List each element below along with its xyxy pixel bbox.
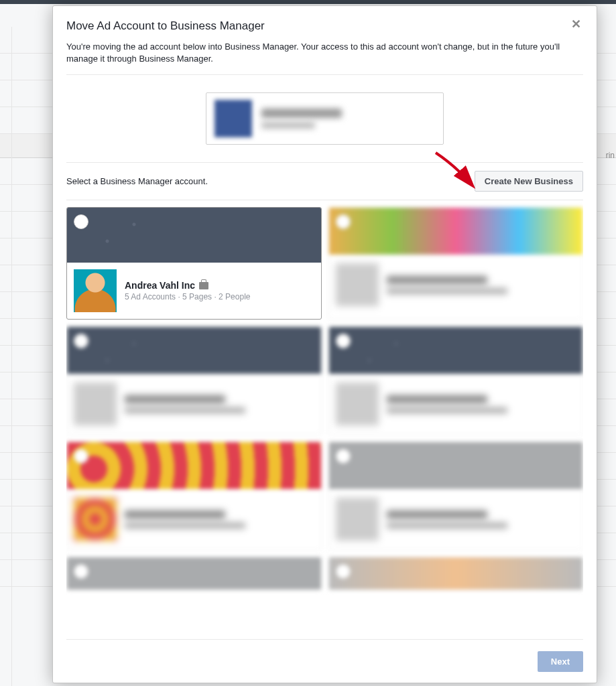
redacted-text (387, 407, 507, 413)
redacted-text (387, 395, 487, 403)
radio-icon[interactable] (336, 449, 351, 464)
app-topbar (0, 0, 616, 4)
avatar (336, 498, 379, 541)
business-list[interactable]: Andrea Vahl Inc 5 Ad Accounts · 5 Pages … (66, 200, 583, 632)
create-new-business-button[interactable]: Create New Business (475, 171, 583, 192)
redacted-text (387, 276, 487, 284)
redacted-text (387, 510, 487, 519)
redacted-account-sub (261, 122, 315, 129)
avatar (74, 498, 117, 541)
radio-icon[interactable] (336, 334, 351, 348)
modal-title: Move Ad Account to Business Manager (66, 19, 583, 33)
avatar (336, 383, 379, 425)
business-cover (67, 208, 321, 263)
divider (66, 162, 583, 163)
business-stats: 5 Ad Accounts · 5 Pages · 2 People (125, 292, 250, 301)
business-name: Andrea Vahl Inc (125, 280, 195, 291)
business-card-andrea-vahl[interactable]: Andrea Vahl Inc 5 Ad Accounts · 5 Pages … (66, 207, 322, 320)
radio-icon[interactable] (74, 449, 88, 464)
account-thumbnail (214, 100, 252, 137)
redacted-text (125, 395, 225, 403)
business-cover (329, 557, 583, 590)
business-cover (329, 442, 583, 489)
redacted-text (387, 288, 507, 294)
radio-icon[interactable] (336, 564, 351, 579)
redacted-text (125, 407, 245, 413)
modal-footer: Next (53, 640, 597, 683)
move-account-modal: ✕ Move Ad Account to Business Manager Yo… (52, 5, 597, 683)
avatar (74, 269, 117, 312)
business-card-redacted[interactable] (328, 441, 584, 550)
business-card-redacted[interactable] (66, 557, 322, 590)
background-text-fragment: rin (606, 151, 615, 160)
redacted-text (125, 510, 225, 519)
modal-description: You're moving the ad account below into … (66, 41, 583, 65)
business-card-redacted[interactable] (328, 207, 584, 320)
business-card-redacted[interactable] (66, 326, 322, 435)
briefcase-icon (199, 282, 208, 289)
ad-account-preview (206, 92, 444, 145)
business-cover (329, 327, 583, 374)
business-cover (67, 442, 321, 489)
business-cover (67, 557, 321, 590)
redacted-account-name (261, 109, 342, 118)
radio-icon[interactable] (74, 564, 88, 579)
redacted-text (125, 523, 245, 529)
radio-icon[interactable] (74, 334, 88, 348)
business-card-redacted[interactable] (328, 557, 584, 590)
redacted-text (387, 523, 507, 529)
business-cover (329, 208, 583, 255)
radio-icon[interactable] (74, 214, 88, 229)
business-cover (67, 327, 321, 374)
select-business-label: Select a Business Manager account. (66, 176, 208, 186)
avatar (336, 263, 379, 306)
next-button[interactable]: Next (538, 651, 583, 672)
avatar (74, 383, 117, 425)
divider (66, 74, 583, 75)
close-icon[interactable]: ✕ (570, 18, 582, 30)
business-card-redacted[interactable] (66, 441, 322, 550)
radio-icon[interactable] (336, 214, 351, 229)
business-card-redacted[interactable] (328, 326, 584, 435)
